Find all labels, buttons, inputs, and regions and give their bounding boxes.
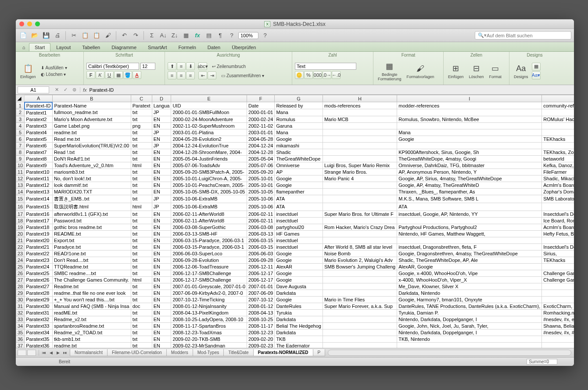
cell[interactable]: EN bbox=[152, 217, 171, 224]
cell[interactable] bbox=[542, 283, 574, 290]
cell[interactable]: 2005-10-05-SMB-DX, 2005-10-05 bbox=[171, 188, 247, 195]
cell[interactable]: txt bbox=[131, 224, 152, 230]
save-icon[interactable]: 💾 bbox=[41, 31, 51, 40]
comma-button[interactable]: 000 bbox=[313, 71, 322, 79]
ribbon-tab-start[interactable]: Start bbox=[29, 43, 50, 51]
cell[interactable]: 2009-02-20-TKB-SMB bbox=[171, 336, 247, 342]
cell[interactable]: Paratext13 bbox=[25, 188, 53, 195]
align-right-button[interactable]: ≡ bbox=[186, 72, 195, 79]
cell[interactable] bbox=[542, 237, 574, 243]
row-header-22[interactable]: 22 bbox=[16, 243, 25, 250]
cell[interactable]: Paratext4 bbox=[25, 129, 53, 136]
cell[interactable] bbox=[323, 203, 397, 211]
cell[interactable]: ROMulus' Hacked ROMs Sh bbox=[542, 116, 574, 122]
cell[interactable]: insectduel, Googie, AP, Nintendo, YY bbox=[397, 211, 542, 217]
cell[interactable]: 2005-10-01-PeachsCream, 2005- bbox=[171, 182, 247, 188]
cell[interactable]: Mana bbox=[275, 129, 323, 136]
cell[interactable]: After World 8, SMB all star level bbox=[323, 243, 397, 250]
cell[interactable]: Thraxen, _Blues_, flamepanther, As bbox=[397, 188, 542, 195]
cell[interactable]: 2005-10-06-ExtraMB bbox=[171, 195, 247, 203]
select-all-corner[interactable]: ◢ bbox=[16, 95, 25, 102]
paste-button[interactable]: 📋Einfügen bbox=[18, 62, 38, 80]
row-header-33[interactable]: 33 bbox=[16, 316, 25, 322]
cell[interactable]: txt bbox=[131, 136, 152, 142]
cell[interactable]: Paratext12 bbox=[25, 182, 53, 188]
cell[interactable]: EN bbox=[152, 188, 171, 195]
align-middle-button[interactable]: ≡ bbox=[177, 62, 186, 70]
cell[interactable] bbox=[323, 142, 397, 149]
cell[interactable]: Ice Board, Romendo Board, bbox=[542, 217, 574, 224]
cell[interactable]: #nesdev, #x, efnet, Jul, Ror bbox=[542, 316, 574, 322]
cell[interactable]: txt bbox=[131, 257, 152, 263]
col-header-E[interactable]: E bbox=[171, 95, 247, 102]
cell[interactable]: 書置き_EMB..txt bbox=[52, 195, 131, 203]
cell[interactable]: 2005-10-01 bbox=[247, 182, 275, 188]
cell[interactable]: Paradyce.txt bbox=[52, 243, 131, 250]
zoom-select[interactable]: 100% bbox=[238, 32, 258, 39]
cell[interactable]: Romulus, Snowbro, Nintendo, McBee bbox=[397, 116, 542, 122]
row-header-14[interactable]: 14 bbox=[16, 188, 25, 195]
cell[interactable]: FileFarmer bbox=[542, 168, 574, 175]
row-header-37[interactable]: 37 bbox=[16, 342, 25, 348]
header-cell[interactable]: Paratext bbox=[131, 102, 152, 109]
cell[interactable]: png bbox=[131, 122, 152, 129]
cell[interactable]: Rom Hacker, Mario's Crazy Drea bbox=[323, 224, 397, 230]
cell[interactable] bbox=[323, 237, 397, 243]
conditional-formatting-button[interactable]: ▦Bedingte Formatierung bbox=[376, 60, 403, 82]
cell[interactable]: Darkdata bbox=[275, 290, 323, 296]
cell[interactable]: txt bbox=[131, 149, 152, 155]
cell[interactable]: look dammit!.txt bbox=[52, 182, 131, 188]
cell[interactable]: html bbox=[131, 203, 152, 211]
cell[interactable]: 2004-12-28 bbox=[247, 149, 275, 155]
row-header-30[interactable]: 30 bbox=[16, 296, 25, 303]
cell[interactable]: Super Mario Bros. for Ultimate F bbox=[323, 211, 397, 217]
ribbon-tab-home[interactable]: ⌂ bbox=[18, 43, 29, 51]
font-size-select[interactable] bbox=[140, 63, 155, 70]
cell[interactable]: insectduel bbox=[275, 243, 323, 250]
cell[interactable]: EN bbox=[152, 263, 171, 270]
align-center-button[interactable]: ≡ bbox=[177, 72, 186, 79]
cancel-formula-button[interactable]: ✕ bbox=[53, 86, 61, 93]
cell[interactable] bbox=[542, 129, 574, 136]
cell[interactable]: TEKhacks bbox=[542, 136, 574, 142]
cell[interactable] bbox=[323, 109, 397, 116]
cell[interactable]: Mana bbox=[275, 109, 323, 116]
cell[interactable]: 2006-09-28 bbox=[247, 257, 275, 263]
row-header-2[interactable]: 2 bbox=[16, 109, 25, 116]
cell[interactable]: txt bbox=[131, 270, 152, 276]
cell[interactable]: Paratext31 bbox=[25, 309, 53, 316]
cell[interactable]: 2007-06-09-KirbyAdv2-0, 2007-0 bbox=[171, 290, 247, 296]
sheet-nav-next[interactable]: ▶ bbox=[55, 350, 61, 356]
header-cell[interactable]: UID bbox=[171, 102, 247, 109]
sheet-tab-1[interactable]: Filename-UID-Correlation bbox=[107, 349, 167, 356]
cell[interactable]: Googie bbox=[275, 257, 323, 263]
cell[interactable]: 2002-11-02-SuperMushroom bbox=[171, 122, 247, 129]
cell[interactable]: 2004-12-24 bbox=[247, 142, 275, 149]
cell[interactable]: 2006-03-13-SMB-HF bbox=[171, 230, 247, 237]
header-cell[interactable]: Released by bbox=[275, 102, 323, 109]
cell[interactable]: EN bbox=[152, 276, 171, 283]
help2-icon[interactable]: ? bbox=[260, 31, 270, 40]
cell[interactable]: EN bbox=[152, 136, 171, 142]
chart-icon[interactable]: ▤ bbox=[204, 31, 214, 40]
col-header-C[interactable]: C bbox=[131, 95, 152, 102]
cell[interactable]: Paratext3 bbox=[25, 122, 53, 129]
cell[interactable] bbox=[397, 122, 542, 129]
number-format-select[interactable] bbox=[295, 63, 356, 70]
cell[interactable]: Don't Read....txt bbox=[52, 257, 131, 263]
header-cell[interactable]: Date bbox=[247, 102, 275, 109]
header-cell[interactable]: mods-references bbox=[323, 102, 397, 109]
cell[interactable] bbox=[542, 336, 574, 342]
cell[interactable]: 2005-10-06 bbox=[247, 203, 275, 211]
cell[interactable]: EN bbox=[152, 250, 171, 257]
cell[interactable]: 2006-12-17-SMBChallenge bbox=[171, 270, 247, 276]
cell[interactable]: Nintendo, HF Games, Matthew Waggett, bbox=[397, 230, 542, 237]
cell[interactable]: txt bbox=[131, 175, 152, 182]
cell[interactable]: 2005-07-06 bbox=[247, 162, 275, 168]
cell[interactable]: EN bbox=[152, 336, 171, 342]
row-header-21[interactable]: 21 bbox=[16, 237, 25, 243]
cell[interactable]: Mario Panic 4 bbox=[323, 175, 397, 182]
cell[interactable]: Challenge Games, Acmlm's bbox=[542, 276, 574, 283]
cell[interactable]: TEKhacks, Zophar's Domai bbox=[542, 149, 574, 155]
cell[interactable]: Acmlm's Board bbox=[542, 224, 574, 230]
